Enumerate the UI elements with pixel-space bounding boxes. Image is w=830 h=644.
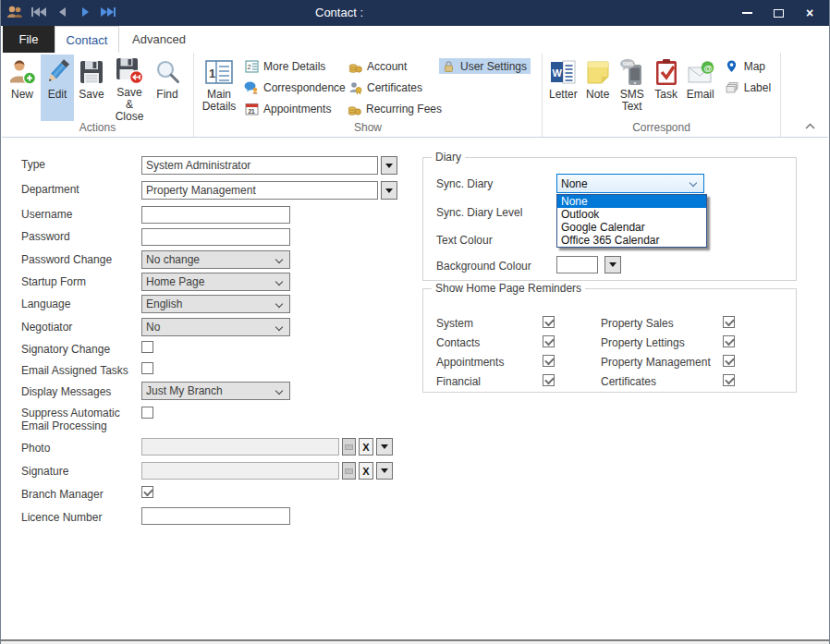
correspondence-icon (244, 80, 259, 95)
diary-group-title: Diary (432, 151, 465, 164)
main-details-button[interactable]: 1 Main Details (198, 55, 240, 121)
display-messages-label: Display Messages (21, 385, 141, 398)
dropdown-option-none[interactable]: None (557, 195, 706, 208)
signatory-change-label: Signatory Change (21, 343, 141, 356)
find-button[interactable]: Find (152, 55, 183, 121)
ribbon-group-actions: New Edit Save (2, 53, 194, 137)
map-button[interactable]: Map (723, 58, 775, 74)
photo-browse-button[interactable] (342, 438, 356, 456)
sms-text-button[interactable]: SMS SMS Text (616, 55, 649, 121)
letter-button[interactable]: W Letter (546, 55, 580, 121)
collapse-ribbon-button[interactable] (802, 120, 817, 131)
account-button[interactable]: Account (346, 58, 439, 74)
licence-number-input[interactable] (141, 507, 290, 525)
appointments-checkbox[interactable] (543, 355, 555, 367)
suppress-auto-email-checkbox[interactable] (141, 407, 153, 419)
financial-label: Financial (436, 375, 481, 388)
ribbon: New Edit Save (2, 53, 828, 138)
type-drop-button[interactable] (381, 156, 397, 175)
property-lettings-checkbox[interactable] (723, 335, 735, 347)
password-change-select[interactable]: No change (141, 250, 290, 269)
password-input[interactable] (141, 228, 290, 246)
display-messages-select[interactable]: Just My Branch (141, 382, 290, 400)
startup-form-select[interactable]: Home Page (141, 273, 290, 291)
negotiator-select[interactable]: No (141, 318, 290, 336)
language-label: Language (21, 298, 141, 310)
system-label: System (436, 317, 473, 330)
negotiator-label: Negotiator (21, 321, 141, 334)
certificates-button[interactable]: Certificates (346, 79, 439, 95)
ribbon-tabs: File Contact Advanced (2, 26, 828, 53)
background-colour-label: Background Colour (436, 260, 531, 273)
background-colour-swatch[interactable] (556, 256, 598, 273)
signature-clear-button[interactable]: X (359, 462, 373, 480)
username-input[interactable] (141, 206, 290, 224)
photo-field[interactable] (141, 438, 339, 456)
signature-field[interactable] (141, 462, 339, 480)
signatory-change-checkbox[interactable] (141, 341, 153, 353)
email-assigned-tasks-checkbox[interactable] (141, 362, 153, 374)
property-sales-checkbox[interactable] (723, 316, 735, 328)
dropdown-arrow-icon (609, 262, 616, 267)
tab-contact[interactable]: Contact (55, 26, 119, 53)
previous-record-button[interactable] (55, 5, 69, 19)
property-management-checkbox[interactable] (723, 355, 735, 367)
contact-window: Contact : × File Contact Advanced New (0, 0, 830, 644)
language-select[interactable]: English (141, 295, 290, 313)
signature-drop-button[interactable] (376, 462, 393, 480)
department-combo[interactable]: Property Management (141, 181, 378, 200)
type-combo[interactable]: System Administrator (141, 156, 378, 175)
username-label: Username (21, 208, 141, 221)
maximize-button[interactable] (763, 0, 794, 26)
dropdown-option-outlook[interactable]: Outlook (557, 208, 706, 221)
dropdown-arrow-icon (385, 164, 393, 168)
chevron-down-icon (275, 278, 283, 286)
sms-phone-icon: SMS (619, 57, 645, 87)
task-clipboard-icon (653, 57, 679, 87)
first-record-button[interactable] (31, 5, 46, 19)
close-button[interactable]: × (794, 0, 825, 26)
task-button[interactable]: Task (651, 55, 682, 121)
note-button[interactable]: Note (582, 55, 614, 121)
email-assigned-tasks-label: Email Assigned Tasks (21, 364, 141, 377)
recurring-fees-button[interactable]: Recurring Fees (346, 101, 439, 116)
background-colour-drop-button[interactable] (604, 256, 621, 273)
tab-file[interactable]: File (3, 26, 55, 53)
sticky-note-icon (585, 57, 611, 87)
contacts-checkbox[interactable] (543, 335, 555, 347)
sync-diary-combo[interactable]: None (556, 174, 704, 193)
photo-clear-button[interactable]: X (359, 438, 373, 456)
chevron-down-icon (275, 300, 283, 308)
certificates-label: Certificates (601, 375, 656, 388)
minimize-button[interactable] (731, 0, 763, 26)
next-record-button[interactable] (78, 5, 92, 19)
tab-advanced[interactable]: Advanced (119, 26, 199, 53)
financial-checkbox[interactable] (543, 374, 555, 386)
certificates-checkbox[interactable] (723, 374, 735, 386)
label-button[interactable]: Label (723, 79, 775, 95)
appointments-button[interactable]: 21 Appointments (242, 101, 346, 116)
branch-manager-checkbox[interactable] (141, 486, 153, 498)
signature-browse-button[interactable] (342, 462, 356, 480)
department-drop-button[interactable] (381, 181, 397, 200)
dropdown-option-google-calendar[interactable]: Google Calendar (557, 221, 706, 234)
user-settings-button[interactable]: User Settings (439, 58, 531, 74)
appointments-label: Appointments (436, 356, 504, 369)
chevron-down-icon (275, 387, 283, 395)
last-record-button[interactable] (101, 5, 116, 19)
correspondence-button[interactable]: Correspondence (242, 79, 346, 95)
account-coins-icon (348, 59, 362, 74)
new-button[interactable]: New (6, 55, 39, 121)
edit-button[interactable]: Edit (41, 55, 74, 121)
email-button[interactable]: @ Email (684, 55, 717, 121)
photo-drop-button[interactable] (376, 438, 393, 456)
more-details-button[interactable]: 2 More Details (242, 58, 346, 74)
system-checkbox[interactable] (543, 316, 555, 328)
letter-word-icon: W (549, 57, 577, 87)
save-close-button[interactable]: Save & Close (109, 55, 150, 121)
dropdown-option-office365-calendar[interactable]: Office 365 Calendar (557, 234, 706, 247)
folder-icon (345, 468, 353, 474)
save-button[interactable]: Save (76, 55, 107, 121)
startup-form-label: Startup Form (21, 275, 141, 288)
map-pin-icon (725, 59, 739, 74)
